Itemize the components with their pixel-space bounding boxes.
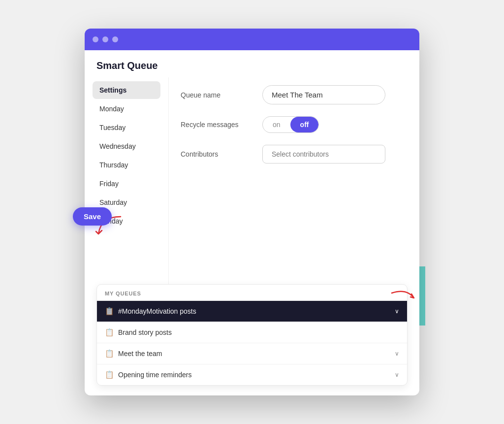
queue-row-monday-motivation[interactable]: 📋 #MondayMotivation posts ∨ (97, 300, 407, 322)
recycle-messages-row: Recycle messages on off (181, 116, 408, 133)
contributors-label: Contributors (181, 150, 254, 158)
recycle-messages-label: Recycle messages (181, 121, 254, 129)
recycle-toggle[interactable]: on off (262, 116, 319, 133)
red-arrow-right (387, 278, 421, 310)
my-queues-header: MY QUEUES (97, 285, 407, 300)
sidebar-item-settings[interactable]: Settings (93, 81, 160, 99)
queue-name-2: Brand story posts (118, 328, 399, 336)
toggle-on[interactable]: on (263, 117, 290, 132)
queue-name-3: Meet the team (118, 350, 392, 358)
main-panel: Queue name Recycle messages on off (168, 77, 419, 284)
queue-icon-2: 📋 (105, 328, 114, 337)
sidebar-item-tuesday[interactable]: Tuesday (93, 119, 160, 136)
content-area: Settings Monday Tuesday Wednesday Thursd… (85, 77, 419, 284)
contributors-row: Contributors (181, 145, 408, 163)
title-bar (85, 29, 419, 50)
queue-row-opening-time[interactable]: 📋 Opening time reminders ∨ (97, 364, 407, 385)
queue-chevron-3: ∨ (395, 350, 399, 357)
my-queues-panel: MY QUEUES 📋 #MondayMotivation posts ∨ 📋 … (96, 284, 408, 386)
window-dot-1 (93, 36, 98, 42)
queue-name-label: Queue name (181, 91, 254, 99)
queue-chevron-4: ∨ (395, 371, 399, 378)
queue-name-1: #MondayMotivation posts (118, 307, 392, 315)
queue-icon-4: 📋 (105, 370, 114, 379)
window-dot-2 (102, 36, 108, 42)
app-title: Smart Queue (85, 50, 419, 77)
sidebar-item-thursday[interactable]: Thursday (93, 156, 160, 174)
contributors-input[interactable] (262, 145, 385, 163)
queue-icon-1: 📋 (105, 307, 114, 316)
recycle-toggle-content: on off (262, 116, 408, 133)
queue-row-brand-story[interactable]: 📋 Brand story posts (97, 322, 407, 343)
queue-row-meet-team[interactable]: 📋 Meet the team ∨ (97, 343, 407, 364)
sidebar: Settings Monday Tuesday Wednesday Thursd… (85, 77, 168, 284)
queue-name-4: Opening time reminders (118, 371, 392, 379)
app-window: Smart Queue Settings Monday Tuesday Wedn… (85, 29, 419, 395)
queue-name-input[interactable] (262, 85, 385, 104)
sidebar-item-wednesday[interactable]: Wednesday (93, 137, 160, 155)
contributors-content (262, 145, 408, 163)
queue-name-content (262, 85, 408, 104)
toggle-off[interactable]: off (290, 117, 319, 132)
window-body: Smart Queue Settings Monday Tuesday Wedn… (85, 50, 419, 395)
sidebar-item-friday[interactable]: Friday (93, 175, 160, 193)
sidebar-item-monday[interactable]: Monday (93, 100, 160, 118)
queue-name-row: Queue name (181, 85, 408, 104)
queue-icon-3: 📋 (105, 349, 114, 358)
save-button[interactable]: Save (73, 207, 112, 226)
window-dot-3 (112, 36, 118, 42)
